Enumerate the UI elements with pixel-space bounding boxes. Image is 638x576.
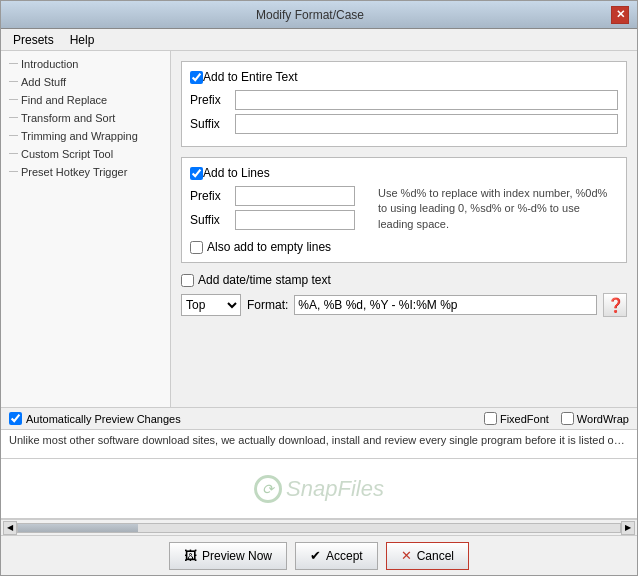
entire-prefix-row: Prefix [190,90,618,110]
lines-inputs: Prefix Suffix [190,186,370,234]
add-lines-section: Add to Lines Prefix Suffix Use %d% to re [181,157,627,263]
lines-help-text: Use %d% to replace with index number, %0… [370,186,618,232]
format-input[interactable] [294,295,597,315]
content-area: Introduction Add Stuff Find and Replace … [1,51,637,407]
action-bar: 🖼 Preview Now ✔ Accept ✕ Cancel [1,535,637,575]
accept-label: Accept [326,549,363,563]
lines-prefix-row: Prefix [190,186,370,206]
fixed-font-label: FixedFont [500,413,549,425]
also-empty-checkbox[interactable] [190,241,203,254]
menu-bar: Presets Help [1,29,637,51]
add-entire-text-section: Add to Entire Text Prefix Suffix [181,61,627,147]
cancel-label: Cancel [417,549,454,563]
entire-prefix-label: Prefix [190,93,235,107]
preview-text: Unlike most other software download site… [1,429,637,459]
menu-help[interactable]: Help [62,31,103,49]
menu-presets[interactable]: Presets [5,31,62,49]
title-bar: Modify Format/Case ✕ [1,1,637,29]
right-panel: Add to Entire Text Prefix Suffix Add to … [171,51,637,407]
auto-preview-label: Automatically Preview Changes [26,413,181,425]
left-panel: Introduction Add Stuff Find and Replace … [1,51,171,407]
add-entire-text-label: Add to Entire Text [203,70,298,84]
lines-prefix-label: Prefix [190,189,235,203]
horizontal-scrollbar[interactable]: ◀ ▶ [1,519,637,535]
close-button[interactable]: ✕ [611,6,629,24]
lines-fields-row: Prefix Suffix Use %d% to replace with in… [190,186,618,234]
bottom-options-bar: Automatically Preview Changes FixedFont … [1,407,637,429]
accept-button[interactable]: ✔ Accept [295,542,378,570]
cancel-button[interactable]: ✕ Cancel [386,542,469,570]
sidebar-item-find-replace[interactable]: Find and Replace [1,91,170,109]
datetime-row: Add date/time stamp text [181,273,627,287]
auto-preview-checkbox[interactable] [9,412,22,425]
format-help-button[interactable]: ❓ [603,293,627,317]
fixed-font-checkbox[interactable] [484,412,497,425]
entire-prefix-input[interactable] [235,90,618,110]
entire-text-header: Add to Entire Text [190,70,618,84]
entire-suffix-input[interactable] [235,114,618,134]
sidebar-item-transform-sort[interactable]: Transform and Sort [1,109,170,127]
watermark: ⟳ SnapFiles [254,475,384,503]
entire-suffix-row: Suffix [190,114,618,134]
scrollbar-thumb[interactable] [18,524,138,532]
word-wrap-label: WordWrap [577,413,629,425]
sidebar-item-hotkey[interactable]: Preset Hotkey Trigger [1,163,170,181]
preview-label: Preview Now [202,549,272,563]
format-row: Top Bottom Format: ❓ [181,293,627,317]
accept-icon: ✔ [310,548,321,563]
also-empty-row: Also add to empty lines [190,240,618,254]
cancel-icon: ✕ [401,548,412,563]
datetime-checkbox[interactable] [181,274,194,287]
lines-prefix-input[interactable] [235,186,355,206]
main-window: Modify Format/Case ✕ Presets Help Introd… [0,0,638,576]
sidebar-item-add-stuff[interactable]: Add Stuff [1,73,170,91]
watermark-text: SnapFiles [286,476,384,502]
preview-now-button[interactable]: 🖼 Preview Now [169,542,287,570]
entire-suffix-label: Suffix [190,117,235,131]
preview-icon: 🖼 [184,548,197,563]
window-title: Modify Format/Case [9,8,611,22]
sidebar-item-introduction[interactable]: Introduction [1,55,170,73]
watermark-area: ⟳ SnapFiles [1,459,637,519]
add-lines-label: Add to Lines [203,166,270,180]
right-options: FixedFont WordWrap [484,412,629,425]
sidebar-item-custom-script[interactable]: Custom Script Tool [1,145,170,163]
lines-suffix-row: Suffix [190,210,370,230]
format-label: Format: [247,298,288,312]
watermark-icon: ⟳ [254,475,282,503]
sidebar-item-trim-wrap[interactable]: Trimming and Wrapping [1,127,170,145]
fixed-font-option: FixedFont [484,412,549,425]
lines-suffix-label: Suffix [190,213,235,227]
add-entire-text-checkbox[interactable] [190,71,203,84]
position-dropdown[interactable]: Top Bottom [181,294,241,316]
datetime-label: Add date/time stamp text [198,273,331,287]
scroll-left-button[interactable]: ◀ [3,521,17,535]
word-wrap-checkbox[interactable] [561,412,574,425]
scroll-right-button[interactable]: ▶ [621,521,635,535]
scrollbar-track[interactable] [17,523,621,533]
word-wrap-option: WordWrap [561,412,629,425]
add-lines-checkbox[interactable] [190,167,203,180]
lines-suffix-input[interactable] [235,210,355,230]
lines-header: Add to Lines [190,166,618,180]
also-empty-label: Also add to empty lines [207,240,331,254]
auto-preview-section: Automatically Preview Changes [9,412,484,425]
